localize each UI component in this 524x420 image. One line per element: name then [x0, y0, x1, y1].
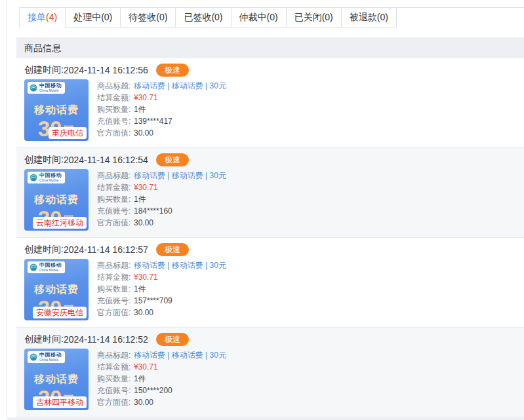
product-card[interactable]: 中国移动 China Mobile 移动话费 30元 重庆电信 — [24, 79, 89, 141]
product-name: 移动话费 — [24, 104, 89, 117]
settle-amount-value: ¥30.71 — [134, 271, 158, 283]
tab-count: (0) — [101, 12, 112, 22]
tab-count: (0) — [156, 12, 167, 22]
tab-closed[interactable]: 已关闭(0) — [286, 8, 341, 28]
product-title-label: 商品标题: — [97, 170, 134, 181]
region-tag: 云南红河移动 — [33, 217, 87, 229]
express-badge: 极速 — [156, 153, 189, 166]
quantity-label: 购买数量: — [97, 193, 134, 205]
created-time-value: 2024-11-14 16:12:57 — [64, 244, 148, 255]
order-management-page: 接单(4)处理中(0)待签收(0)已签收(0)仲裁中(0)已关闭(0)被退款(0… — [7, 7, 524, 417]
tab-label: 待签收 — [129, 12, 156, 22]
tab-arbitration[interactable]: 仲裁中(0) — [231, 8, 286, 28]
recharge-account-label: 充值账号: — [97, 385, 134, 396]
brand-text: 中国移动 China Mobile — [39, 173, 62, 182]
order-body: 中国移动 China Mobile 移动话费 30元 重庆电信 商品标题: 移动… — [24, 79, 524, 141]
tab-label: 已关闭 — [294, 12, 322, 22]
order-created-time: 创建时间:2024-11-14 16:12:54 极速 — [24, 153, 524, 167]
order-details: 商品标题: 移动话费 | 移动话费 | 30元 结算金额: ¥30.71 购买数… — [97, 79, 226, 141]
quantity-value: 1件 — [134, 283, 146, 295]
tab-receiving[interactable]: 接单(4) — [19, 8, 65, 28]
brand-text: 中国移动 China Mobile — [39, 263, 62, 272]
brand-text: 中国移动 China Mobile — [39, 83, 62, 92]
recharge-account-value: 150****200 — [134, 385, 172, 396]
tab-count: (0) — [377, 12, 388, 22]
brand-text: 中国移动 China Mobile — [39, 353, 62, 362]
detail-row-amount: 结算金额: ¥30.71 — [97, 181, 226, 193]
recharge-account-value: 139****417 — [134, 115, 172, 127]
tab-received[interactable]: 已签收(0) — [175, 8, 230, 28]
product-title-links[interactable]: 移动话费 | 移动话费 | 30元 — [134, 349, 226, 361]
settle-amount-label: 结算金额: — [97, 181, 134, 193]
product-title-links[interactable]: 移动话费 | 移动话费 | 30元 — [134, 80, 226, 92]
order-body: 中国移动 China Mobile 移动话费 30元 安徽安庆电信 商品标题: … — [24, 259, 524, 320]
detail-row-account: 充值账号: 150****200 — [97, 385, 226, 396]
product-title-links[interactable]: 移动话费 | 移动话费 | 30元 — [134, 259, 226, 271]
tab-count: (4) — [46, 12, 57, 22]
detail-row-account: 充值账号: 184****160 — [97, 205, 226, 217]
detail-row-title: 商品标题: 移动话费 | 移动话费 | 30元 — [97, 349, 226, 361]
product-card[interactable]: 中国移动 China Mobile 移动话费 30元 云南红河移动 — [24, 169, 89, 231]
region-tag: 重庆电信 — [49, 127, 87, 139]
tab-processing[interactable]: 处理中(0) — [65, 8, 120, 28]
face-value-value: 30.00 — [134, 307, 153, 318]
brand-name-en: China Mobile — [39, 358, 62, 362]
face-value-label: 官方面值: — [97, 127, 134, 139]
section-header: 商品信息 — [16, 37, 524, 58]
tab-refunded[interactable]: 被退款(0) — [341, 8, 397, 28]
order-row: 创建时间:2024-11-14 16:12:52 极速 — [16, 328, 524, 417]
settle-amount-value: ¥30.71 — [134, 181, 158, 193]
face-value-value: 30.00 — [134, 127, 153, 139]
sidebar-divider — [7, 0, 7, 420]
product-title-links[interactable]: 移动话费 | 移动话费 | 30元 — [134, 170, 226, 181]
brand-name-en: China Mobile — [39, 89, 62, 92]
detail-row-account: 充值账号: 139****417 — [97, 115, 226, 127]
detail-row-amount: 结算金额: ¥30.71 — [97, 271, 226, 283]
region-tag: 吉林四平移动 — [33, 396, 87, 408]
tab-pending-receipt[interactable]: 待签收(0) — [120, 8, 175, 28]
created-time-value: 2024-11-14 16:12:56 — [64, 65, 148, 75]
product-card[interactable]: 中国移动 China Mobile 移动话费 30元 安徽安庆电信 — [24, 259, 89, 320]
settle-amount-label: 结算金额: — [97, 361, 134, 373]
order-created-time: 创建时间:2024-11-14 16:12:52 极速 — [24, 332, 524, 347]
detail-row-face: 官方面值: 30.00 — [97, 127, 226, 139]
created-time-label: 创建时间: — [24, 154, 64, 166]
order-details: 商品标题: 移动话费 | 移动话费 | 30元 结算金额: ¥30.71 购买数… — [97, 259, 226, 320]
brand-badge: 中国移动 China Mobile — [28, 261, 65, 273]
china-mobile-logo-icon — [30, 174, 37, 181]
product-name: 移动话费 — [24, 193, 89, 207]
tab-count: (0) — [267, 12, 278, 22]
detail-row-title: 商品标题: 移动话费 | 移动话费 | 30元 — [97, 259, 226, 271]
recharge-account-value: 157****709 — [134, 295, 172, 307]
brand-badge: 中国移动 China Mobile — [28, 351, 65, 363]
order-body: 中国移动 China Mobile 移动话费 30元 吉林四平移动 商品标题: … — [24, 349, 524, 410]
recharge-account-label: 充值账号: — [97, 205, 134, 217]
face-value-value: 30.00 — [134, 396, 153, 408]
brand-name-en: China Mobile — [39, 179, 62, 182]
brand-name-cn: 中国移动 — [39, 83, 62, 88]
brand-badge: 中国移动 China Mobile — [28, 172, 65, 183]
detail-row-amount: 结算金额: ¥30.71 — [97, 92, 226, 104]
product-name: 移动话费 — [24, 283, 89, 297]
created-time-label: 创建时间: — [24, 64, 64, 76]
brand-name-cn: 中国移动 — [39, 263, 62, 268]
quantity-label: 购买数量: — [97, 283, 134, 295]
order-details: 商品标题: 移动话费 | 移动话费 | 30元 结算金额: ¥30.71 购买数… — [97, 169, 226, 231]
quantity-label: 购买数量: — [97, 104, 134, 115]
tab-label: 仲裁中 — [239, 12, 267, 22]
created-time-label: 创建时间: — [24, 334, 64, 345]
created-time-value: 2024-11-14 16:12:52 — [64, 334, 148, 345]
detail-row-qty: 购买数量: 1件 — [97, 104, 226, 115]
detail-row-amount: 结算金额: ¥30.71 — [97, 361, 226, 373]
product-title-label: 商品标题: — [97, 80, 134, 92]
order-body: 中国移动 China Mobile 移动话费 30元 云南红河移动 商品标题: … — [24, 169, 524, 231]
order-created-time: 创建时间:2024-11-14 16:12:57 极速 — [24, 242, 524, 257]
region-tag: 安徽安庆电信 — [33, 307, 87, 318]
created-time-value: 2024-11-14 16:12:54 — [64, 155, 148, 165]
section-header-title: 商品信息 — [24, 43, 61, 53]
product-card[interactable]: 中国移动 China Mobile 移动话费 30元 吉林四平移动 — [24, 349, 89, 410]
detail-row-account: 充值账号: 157****709 — [97, 295, 226, 307]
china-mobile-logo-icon — [30, 353, 37, 361]
detail-row-qty: 购买数量: 1件 — [97, 373, 226, 385]
brand-name-en: China Mobile — [39, 269, 62, 272]
